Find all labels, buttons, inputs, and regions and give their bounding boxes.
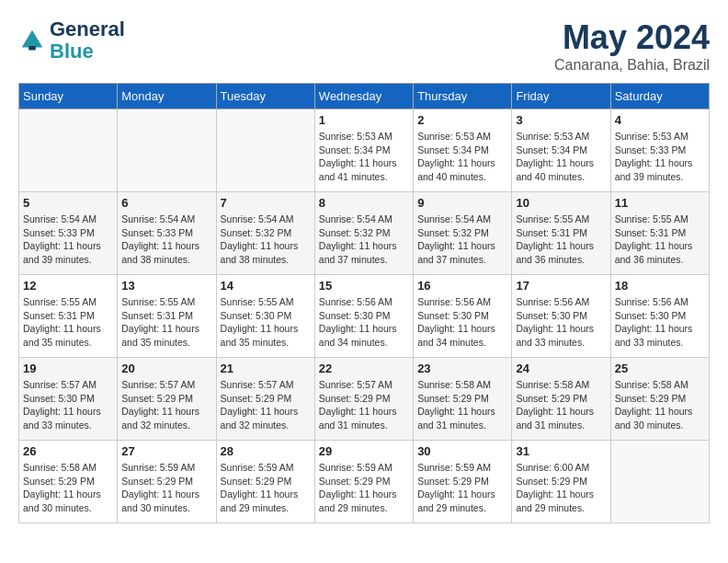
calendar-cell: 20Sunrise: 5:57 AM Sunset: 5:29 PM Dayli…	[118, 358, 216, 441]
calendar-cell: 9Sunrise: 5:54 AM Sunset: 5:32 PM Daylig…	[414, 192, 512, 275]
calendar-cell	[216, 109, 314, 192]
day-number: 16	[417, 279, 507, 293]
calendar-cell: 5Sunrise: 5:54 AM Sunset: 5:33 PM Daylig…	[19, 192, 118, 275]
day-info: Sunrise: 5:54 AM Sunset: 5:32 PM Dayligh…	[417, 213, 507, 267]
calendar-cell: 10Sunrise: 5:55 AM Sunset: 5:31 PM Dayli…	[512, 192, 610, 275]
calendar-cell: 21Sunrise: 5:57 AM Sunset: 5:29 PM Dayli…	[216, 358, 314, 441]
svg-marker-0	[22, 30, 43, 48]
calendar-cell: 3Sunrise: 5:53 AM Sunset: 5:34 PM Daylig…	[512, 109, 610, 192]
calendar-cell: 22Sunrise: 5:57 AM Sunset: 5:29 PM Dayli…	[314, 358, 413, 441]
day-number: 3	[516, 113, 606, 127]
day-info: Sunrise: 5:54 AM Sunset: 5:33 PM Dayligh…	[23, 213, 113, 267]
day-number: 7	[221, 196, 311, 210]
day-info: Sunrise: 5:59 AM Sunset: 5:29 PM Dayligh…	[319, 461, 409, 515]
day-info: Sunrise: 6:00 AM Sunset: 5:29 PM Dayligh…	[516, 461, 606, 515]
weekday-header-monday: Monday	[118, 84, 216, 109]
day-number: 25	[615, 362, 705, 375]
calendar-cell: 27Sunrise: 5:59 AM Sunset: 5:29 PM Dayli…	[118, 441, 216, 523]
day-number: 26	[23, 444, 113, 458]
day-info: Sunrise: 5:55 AM Sunset: 5:30 PM Dayligh…	[221, 295, 311, 350]
day-number: 28	[221, 444, 311, 458]
calendar-cell: 17Sunrise: 5:56 AM Sunset: 5:30 PM Dayli…	[512, 275, 610, 358]
calendar-cell: 28Sunrise: 5:59 AM Sunset: 5:29 PM Dayli…	[216, 441, 314, 523]
day-number: 9	[417, 196, 507, 210]
weekday-header-row: SundayMondayTuesdayWednesdayThursdayFrid…	[19, 84, 710, 109]
day-number: 1	[319, 113, 409, 127]
week-row-3: 12Sunrise: 5:55 AM Sunset: 5:31 PM Dayli…	[19, 275, 710, 358]
calendar-cell: 26Sunrise: 5:58 AM Sunset: 5:29 PM Dayli…	[19, 441, 118, 523]
day-number: 11	[615, 196, 705, 210]
day-info: Sunrise: 5:59 AM Sunset: 5:29 PM Dayligh…	[221, 461, 311, 515]
day-info: Sunrise: 5:58 AM Sunset: 5:29 PM Dayligh…	[23, 461, 113, 515]
day-info: Sunrise: 5:54 AM Sunset: 5:32 PM Dayligh…	[319, 213, 409, 267]
day-number: 12	[23, 279, 113, 293]
day-number: 5	[23, 196, 113, 210]
day-info: Sunrise: 5:55 AM Sunset: 5:31 PM Dayligh…	[516, 213, 606, 267]
day-number: 6	[121, 196, 211, 210]
calendar-cell: 25Sunrise: 5:58 AM Sunset: 5:29 PM Dayli…	[610, 358, 709, 441]
day-info: Sunrise: 5:58 AM Sunset: 5:29 PM Dayligh…	[615, 378, 705, 432]
month-title: May 2024	[554, 18, 710, 57]
day-info: Sunrise: 5:56 AM Sunset: 5:30 PM Dayligh…	[417, 295, 507, 350]
day-number: 15	[319, 279, 409, 293]
weekday-header-friday: Friday	[512, 84, 610, 109]
calendar-cell: 16Sunrise: 5:56 AM Sunset: 5:30 PM Dayli…	[414, 275, 512, 358]
day-number: 24	[516, 362, 606, 375]
day-number: 20	[121, 362, 211, 375]
logo-text: GeneralBlue	[50, 18, 125, 63]
weekday-header-saturday: Saturday	[610, 84, 709, 109]
page-header: GeneralBlue May 2024 Canarana, Bahia, Br…	[18, 18, 710, 74]
day-info: Sunrise: 5:55 AM Sunset: 5:31 PM Dayligh…	[615, 213, 705, 267]
day-number: 23	[417, 362, 507, 375]
calendar-cell: 11Sunrise: 5:55 AM Sunset: 5:31 PM Dayli…	[610, 192, 709, 275]
calendar-cell: 29Sunrise: 5:59 AM Sunset: 5:29 PM Dayli…	[314, 441, 413, 523]
day-number: 8	[319, 196, 409, 210]
day-number: 30	[417, 444, 507, 458]
day-info: Sunrise: 5:57 AM Sunset: 5:29 PM Dayligh…	[121, 378, 211, 432]
day-info: Sunrise: 5:59 AM Sunset: 5:29 PM Dayligh…	[417, 461, 507, 515]
day-number: 10	[516, 196, 606, 210]
day-info: Sunrise: 5:53 AM Sunset: 5:34 PM Dayligh…	[516, 130, 606, 184]
day-info: Sunrise: 5:53 AM Sunset: 5:34 PM Dayligh…	[417, 130, 507, 184]
calendar-cell: 19Sunrise: 5:57 AM Sunset: 5:30 PM Dayli…	[19, 358, 118, 441]
day-number: 21	[221, 362, 311, 375]
calendar-cell: 2Sunrise: 5:53 AM Sunset: 5:34 PM Daylig…	[414, 109, 512, 192]
day-number: 31	[516, 444, 606, 458]
day-info: Sunrise: 5:56 AM Sunset: 5:30 PM Dayligh…	[319, 295, 409, 350]
day-info: Sunrise: 5:58 AM Sunset: 5:29 PM Dayligh…	[417, 378, 507, 432]
calendar: SundayMondayTuesdayWednesdayThursdayFrid…	[18, 83, 710, 523]
day-info: Sunrise: 5:53 AM Sunset: 5:33 PM Dayligh…	[615, 130, 705, 184]
day-number: 27	[121, 444, 211, 458]
calendar-cell: 18Sunrise: 5:56 AM Sunset: 5:30 PM Dayli…	[610, 275, 709, 358]
day-info: Sunrise: 5:56 AM Sunset: 5:30 PM Dayligh…	[615, 295, 705, 350]
day-number: 4	[615, 113, 705, 127]
weekday-header-sunday: Sunday	[19, 84, 118, 109]
day-info: Sunrise: 5:55 AM Sunset: 5:31 PM Dayligh…	[23, 295, 113, 350]
calendar-cell: 4Sunrise: 5:53 AM Sunset: 5:33 PM Daylig…	[610, 109, 709, 192]
week-row-5: 26Sunrise: 5:58 AM Sunset: 5:29 PM Dayli…	[19, 441, 710, 523]
day-number: 2	[417, 113, 507, 127]
calendar-cell: 30Sunrise: 5:59 AM Sunset: 5:29 PM Dayli…	[414, 441, 512, 523]
calendar-cell	[19, 109, 118, 192]
day-number: 19	[23, 362, 113, 375]
day-info: Sunrise: 5:54 AM Sunset: 5:33 PM Dayligh…	[121, 213, 211, 267]
day-number: 29	[319, 444, 409, 458]
calendar-cell: 31Sunrise: 6:00 AM Sunset: 5:29 PM Dayli…	[512, 441, 610, 523]
calendar-cell: 24Sunrise: 5:58 AM Sunset: 5:29 PM Dayli…	[512, 358, 610, 441]
calendar-cell: 6Sunrise: 5:54 AM Sunset: 5:33 PM Daylig…	[118, 192, 216, 275]
week-row-4: 19Sunrise: 5:57 AM Sunset: 5:30 PM Dayli…	[19, 358, 710, 441]
weekday-header-wednesday: Wednesday	[314, 84, 413, 109]
calendar-cell: 7Sunrise: 5:54 AM Sunset: 5:32 PM Daylig…	[216, 192, 314, 275]
day-info: Sunrise: 5:58 AM Sunset: 5:29 PM Dayligh…	[516, 378, 606, 432]
calendar-cell	[610, 441, 709, 523]
weekday-header-thursday: Thursday	[414, 84, 512, 109]
logo: GeneralBlue	[18, 18, 125, 63]
day-number: 14	[221, 279, 311, 293]
day-info: Sunrise: 5:59 AM Sunset: 5:29 PM Dayligh…	[121, 461, 211, 515]
day-info: Sunrise: 5:56 AM Sunset: 5:30 PM Dayligh…	[516, 295, 606, 350]
location: Canarana, Bahia, Brazil	[554, 57, 710, 74]
weekday-header-tuesday: Tuesday	[216, 84, 314, 109]
day-info: Sunrise: 5:57 AM Sunset: 5:29 PM Dayligh…	[221, 378, 311, 432]
calendar-cell: 1Sunrise: 5:53 AM Sunset: 5:34 PM Daylig…	[314, 109, 413, 192]
day-info: Sunrise: 5:55 AM Sunset: 5:31 PM Dayligh…	[121, 295, 211, 350]
